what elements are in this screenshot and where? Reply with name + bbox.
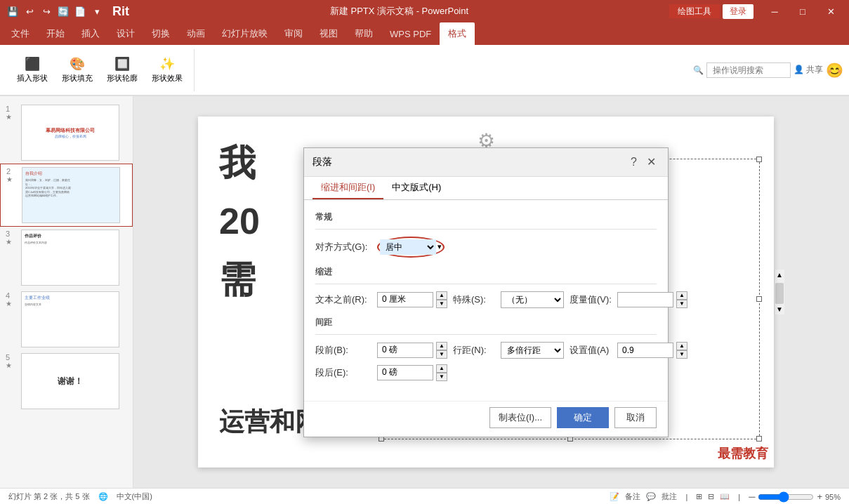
slide-thumb-3[interactable]: 作品评价 作品评价文本内容 [21, 230, 119, 286]
slide-thumb-2[interactable]: 自我介绍 我叫周琳，女，30岁，已婚，家庭住址：。2010年毕业于某城大学，同年… [22, 167, 120, 223]
new-icon[interactable]: 📄 [73, 4, 87, 18]
tab-file[interactable]: 文件 [3, 22, 38, 45]
dialog-overlay: 段落 ? ✕ 缩进和间距(I) 中文版式(H) 常规 [198, 117, 774, 467]
scroll-down-btn[interactable]: ▼ [775, 304, 784, 314]
thumb4-title: 主要工作业绩 [25, 295, 116, 301]
cancel-button[interactable]: 取消 [614, 407, 657, 428]
tab-insert[interactable]: 插入 [73, 22, 108, 45]
spacing-row2: 段后(E): ▲ ▼ [315, 364, 657, 381]
setvalue-down[interactable]: ▼ [676, 350, 687, 359]
shape-fill-btn[interactable]: 🎨 形状填充 [56, 53, 98, 86]
align-row: 对齐方式(G): 居中 左对齐 右对齐 两端对齐 ▾ [315, 237, 657, 258]
slide-num-1: 1 [6, 105, 17, 113]
slide-item-5[interactable]: 5 ★ 谢谢！ [0, 350, 133, 412]
slide-thumb-5[interactable]: 谢谢！ [21, 353, 119, 409]
before-down[interactable]: ▼ [436, 350, 447, 359]
setvalue-input[interactable] [617, 343, 673, 358]
minimize-button[interactable]: ─ [762, 0, 787, 22]
maximize-button[interactable]: □ [790, 0, 815, 22]
measure-up[interactable]: ▲ [676, 291, 687, 300]
scroll-thumb[interactable] [775, 283, 784, 304]
zoom-in-btn[interactable]: + [817, 491, 822, 502]
after-up[interactable]: ▲ [436, 364, 447, 373]
scroll-right[interactable]: ▲ ▼ [774, 270, 784, 314]
thumb4-text: 业绩内容文本 [25, 303, 116, 307]
ok-button[interactable]: 确定 [557, 407, 609, 428]
setvalue-spinner: ▲ ▼ [676, 342, 687, 359]
slide-star-2: ★ [6, 175, 18, 183]
dialog-close-button[interactable]: ✕ [643, 154, 659, 171]
dialog-tab-indent-spacing[interactable]: 缩进和间距(I) [312, 177, 383, 199]
setvalue-up[interactable]: ▲ [676, 342, 687, 350]
tab-home[interactable]: 开始 [38, 22, 73, 45]
replay-icon[interactable]: 🔄 [56, 4, 70, 18]
before-label: 段前(B): [315, 344, 371, 357]
undo-icon[interactable]: ↩ [22, 4, 37, 18]
dropdown-icon[interactable]: ▾ [90, 4, 104, 18]
tab-review[interactable]: 审阅 [276, 22, 311, 45]
slide-item-1[interactable]: 1 ★ 幕易网络科技有限公司 品牌核心，价值布局 [0, 102, 133, 164]
scroll-up-btn[interactable]: ▲ [775, 270, 784, 280]
dialog-tab-chinese[interactable]: 中文版式(H) [383, 177, 449, 199]
zoom-out-btn[interactable]: ─ [749, 491, 755, 502]
linespacing-select[interactable]: 多倍行距 单倍行距 1.5倍行距 2倍行距 固定值 [501, 342, 564, 359]
comments-icon: 💬 [646, 492, 656, 501]
thumb2-text: 我叫周琳，女，30岁，已婚，家庭住址：。2010年毕业于某城大学，同年进入最需C… [25, 178, 117, 198]
after-down[interactable]: ▼ [436, 373, 447, 381]
insert-shapes-btn[interactable]: ⬛ 插入形状 [11, 53, 53, 86]
align-label: 对齐方式(G): [315, 241, 371, 253]
redo-icon[interactable]: ↪ [39, 4, 53, 18]
slide-panel: 1 ★ 幕易网络科技有限公司 品牌核心，价值布局 2 ★ 自我介绍 我叫周琳，女… [0, 96, 133, 488]
shape-outline-btn[interactable]: 🔲 形状轮廓 [101, 53, 143, 86]
slide-thumb-1[interactable]: 幕易网络科技有限公司 品牌核心，价值布局 [21, 105, 119, 161]
measure-down[interactable]: ▼ [676, 300, 687, 308]
login-button[interactable]: 登录 [723, 4, 753, 19]
before-text-up[interactable]: ▲ [436, 291, 447, 300]
slide-canvas[interactable]: 我，家庭住 20年进入最 需负责网络 运营和网站编辑维护工作。 ⚙ [198, 117, 774, 467]
view-separator: | [685, 493, 687, 501]
save-icon[interactable]: 💾 [6, 4, 20, 18]
thumb1-sub: 品牌核心，价值布局 [55, 134, 86, 138]
slide-item-3[interactable]: 3 ★ 作品评价 作品评价文本内容 [0, 227, 133, 289]
app-logo: Rit [112, 4, 129, 19]
special-select[interactable]: （无） 首行缩进 悬挂缩进 [501, 291, 564, 308]
before-input[interactable] [377, 343, 433, 358]
tab-animation[interactable]: 动画 [178, 22, 213, 45]
slide-thumb-4[interactable]: 主要工作业绩 业绩内容文本 [21, 291, 119, 347]
shape-effect-btn[interactable]: ✨ 形状效果 [146, 53, 188, 86]
tab-format[interactable]: 格式 [440, 22, 475, 45]
tab-design[interactable]: 设计 [108, 22, 143, 45]
tab-stop-button[interactable]: 制表位(I)... [489, 407, 551, 428]
measure-input[interactable] [617, 292, 673, 307]
indent-title: 缩进 [315, 266, 657, 278]
slide-item-2[interactable]: 2 ★ 自我介绍 我叫周琳，女，30岁，已婚，家庭住址：。2010年毕业于某城大… [0, 164, 133, 227]
dialog-title-bar: 段落 ? ✕ [304, 148, 668, 177]
reading-view-icon[interactable]: 📖 [720, 492, 730, 501]
smiley-icon[interactable]: 😊 [826, 62, 843, 79]
ribbon-search-group: 🔍 [693, 62, 791, 78]
align-select[interactable]: 居中 左对齐 右对齐 两端对齐 [380, 239, 436, 255]
search-input[interactable] [706, 62, 791, 78]
close-button[interactable]: ✕ [818, 0, 843, 22]
before-up[interactable]: ▲ [436, 342, 447, 350]
tab-view[interactable]: 视图 [311, 22, 346, 45]
share-button[interactable]: 👤 共享 [794, 64, 823, 76]
tab-slideshow[interactable]: 幻灯片放映 [213, 22, 276, 45]
thumb3-text: 作品评价文本内容 [25, 241, 116, 245]
dialog-help-icon[interactable]: ? [631, 156, 637, 168]
measure-spinner: ▲ ▼ [676, 291, 687, 308]
drawing-tools-label: 绘图工具 [669, 4, 720, 18]
before-text-input[interactable] [377, 292, 433, 307]
after-input[interactable] [377, 365, 433, 380]
normal-view-icon[interactable]: ⊞ [696, 492, 702, 501]
tab-transition[interactable]: 切换 [143, 22, 178, 45]
before-text-down[interactable]: ▼ [436, 300, 447, 308]
tab-help[interactable]: 帮助 [346, 22, 381, 45]
after-label: 段后(E): [315, 366, 371, 379]
slide-item-4[interactable]: 4 ★ 主要工作业绩 业绩内容文本 [0, 289, 133, 350]
zoom-slider[interactable] [758, 491, 814, 503]
slide-sorter-icon[interactable]: ⊟ [708, 492, 714, 501]
status-bar: 幻灯片 第 2 张，共 5 张 🌐 中文(中国) 📝 备注 💬 批注 | ⊞ ⊟… [0, 488, 849, 504]
thumb5-text: 谢谢！ [58, 376, 83, 387]
tab-wps[interactable]: WPS PDF [381, 22, 440, 45]
